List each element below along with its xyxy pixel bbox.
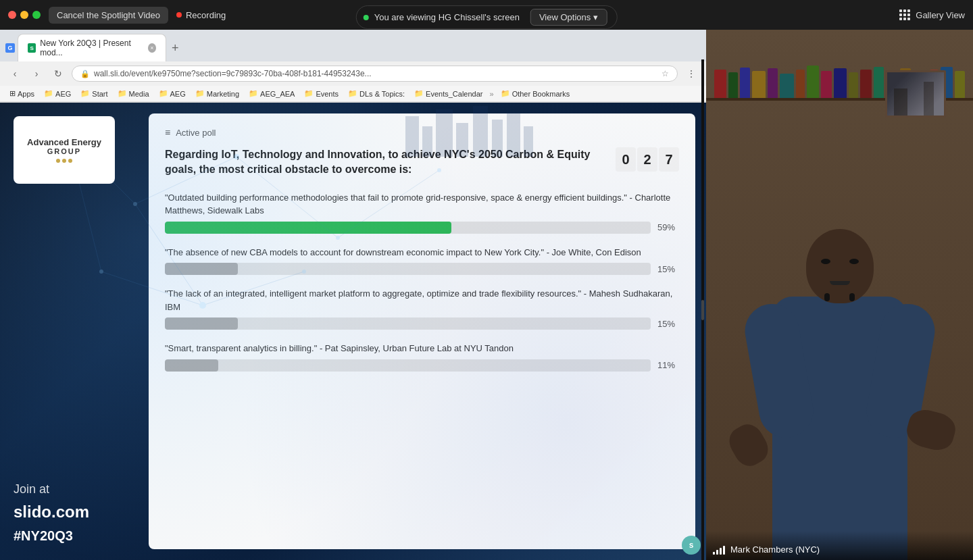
extensions-button[interactable]: ⋮ (683, 68, 699, 79)
bookmark-start[interactable]: 📁 Start (78, 88, 110, 99)
vote-counter: 0 2 7 (616, 147, 679, 172)
book (860, 70, 872, 98)
bookmark-marketing[interactable]: 📁 Marketing (193, 88, 242, 99)
back-button[interactable]: ‹ (7, 68, 23, 79)
screen-notification: You are viewing HG Chissell's screen Vie… (356, 5, 618, 29)
refresh-button[interactable]: ↻ (50, 68, 66, 79)
book (834, 68, 847, 98)
book (796, 70, 805, 98)
bookmark-aeg-1[interactable]: 📁 AEG (41, 88, 74, 99)
minimize-traffic-light[interactable] (20, 11, 28, 19)
bookmark-calendar[interactable]: 📁 Events_Calendar (411, 88, 485, 99)
book (728, 72, 738, 98)
man-head (806, 229, 874, 303)
poll-bar-fill-0 (165, 222, 451, 234)
poll-pct-2: 15% (657, 319, 679, 329)
browser-favicon-container: G (5, 43, 15, 53)
active-tab[interactable]: S New York 20Q3 | Present mod... × (18, 34, 166, 61)
address-bar[interactable]: 🔒 wall.sli.do/event/ke9750me?section=9c7… (72, 66, 678, 82)
book (955, 71, 965, 98)
signal-bar-2 (716, 550, 718, 555)
poll-bar-container-0: 59% (165, 222, 679, 234)
signal-bar-4 (723, 546, 725, 555)
bookmarks-bar: ⊞ Apps 📁 AEG 📁 Start 📁 Media 📁 AEG (0, 86, 706, 102)
folder-icon-6: 📁 (249, 89, 258, 98)
browser-window: G S New York 20Q3 | Present mod... × + ‹… (0, 30, 706, 560)
address-text: wall.sli.do/event/ke9750me?section=9c798… (94, 69, 657, 78)
poll-bar-bg-0 (165, 222, 651, 234)
main-area: G S New York 20Q3 | Present mod... × + ‹… (0, 30, 973, 560)
book (740, 68, 751, 98)
vote-digit-2: 7 (659, 147, 679, 172)
tab-favicon: S (28, 43, 36, 53)
book (807, 66, 819, 98)
poll-bar-fill-3 (165, 359, 218, 372)
folder-icon-5: 📁 (195, 89, 205, 98)
signal-bar-3 (720, 548, 722, 555)
lock-icon: 🔒 (80, 70, 90, 78)
tab-close-button[interactable]: × (148, 43, 156, 53)
poll-pct-1: 15% (657, 264, 679, 274)
left-panel: Advanced Energy GROUP Join at slido.com … (0, 103, 149, 560)
recording-label: Recording (186, 10, 226, 20)
address-bar-row: ‹ › ↻ 🔒 wall.sli.do/event/ke9750me?secti… (0, 61, 706, 86)
bookmark-apps[interactable]: ⊞ Apps (7, 88, 37, 99)
apps-icon: ⊞ (9, 89, 16, 98)
traffic-lights (8, 11, 41, 19)
book (714, 70, 726, 98)
bookmarks-more[interactable]: » (490, 90, 494, 98)
tab-title: New York 20Q3 | Present mod... (40, 39, 141, 57)
aeg-logo: Advanced Energy GROUP (14, 116, 115, 184)
close-traffic-light[interactable] (8, 11, 16, 19)
active-poll-header: ≡ Active poll (165, 127, 679, 138)
panel-divider[interactable] (701, 59, 704, 560)
poll-option-text-0: "Outdated building performance methodolo… (165, 191, 679, 218)
slido-content: Advanced Energy GROUP Join at slido.com … (0, 103, 706, 560)
bookmark-media[interactable]: 📁 Media (115, 88, 152, 99)
poll-option-text-2: "The lack of an integrated, intelligent … (165, 287, 679, 313)
folder-icon: 📁 (44, 89, 53, 98)
screen-share-dot (364, 15, 369, 20)
vote-digit-1: 2 (637, 147, 657, 172)
poll-bar-fill-2 (165, 317, 238, 330)
folder-icon-2: 📁 (80, 89, 90, 98)
earphone-left (824, 293, 830, 301)
bookmark-dls[interactable]: 📁 DLs & Topics: (345, 88, 407, 99)
poll-bar-container-1: 15% (165, 263, 679, 275)
new-tab-button[interactable]: + (169, 42, 182, 54)
poll-bar-bg-3 (165, 359, 651, 372)
folder-icon-7: 📁 (304, 89, 314, 98)
chevron-down-icon: ▾ (593, 12, 598, 22)
screen-share-text: You are viewing HG Chissell's screen (374, 12, 520, 22)
book (849, 72, 858, 98)
poll-header-row: Regarding IoT, Technology and Innovation… (165, 147, 679, 178)
bookmark-aeg-aea[interactable]: 📁 AEG_AEA (246, 88, 297, 99)
folder-icon-8: 📁 (348, 89, 357, 98)
bookmark-aeg-2[interactable]: 📁 AEG (156, 88, 189, 99)
cancel-spotlight-button[interactable]: Cancel the Spotlight Video (49, 7, 168, 24)
join-text: Join at slido.com #NY20Q3 (14, 480, 89, 546)
poll-options-container: "Outdated building performance methodolo… (165, 191, 679, 372)
poll-bar-bg-1 (165, 263, 651, 275)
poll-option-2: "The lack of an integrated, intelligent … (165, 287, 679, 330)
divider-handle (701, 300, 704, 320)
aeg-dot-grid (56, 159, 72, 163)
aeg-logo-text: Advanced Energy GROUP (27, 137, 101, 157)
folder-icon-9: 📁 (414, 89, 424, 98)
view-options-button[interactable]: View Options ▾ (530, 9, 607, 26)
gallery-view-button[interactable]: Gallery View (899, 9, 965, 20)
star-icon[interactable]: ☆ (662, 69, 669, 78)
poll-option-text-3: "Smart, transparent analytics in billing… (165, 342, 679, 355)
book (821, 71, 832, 98)
slido-watermark: s (682, 536, 701, 555)
poll-option-1: "The absence of new CBA models to accoun… (165, 246, 679, 276)
gallery-grid-icon (899, 9, 910, 20)
bookmark-events[interactable]: 📁 Events (301, 88, 341, 99)
bookmark-other[interactable]: 📁 Other Bookmarks (498, 88, 573, 99)
poll-bar-container-3: 11% (165, 359, 679, 372)
signal-icon (713, 545, 725, 555)
vote-digit-0: 0 (616, 147, 636, 172)
book (780, 74, 795, 98)
forward-button[interactable]: › (28, 68, 45, 79)
maximize-traffic-light[interactable] (32, 11, 41, 19)
